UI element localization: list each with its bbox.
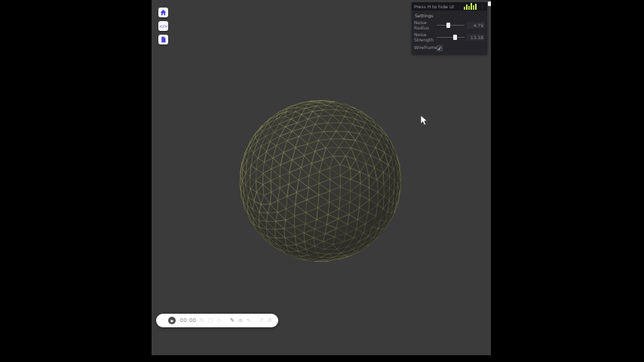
- home-button[interactable]: [158, 8, 168, 17]
- slider-handle[interactable]: [453, 35, 457, 40]
- wireframe-checkbox[interactable]: ✓: [437, 45, 443, 51]
- slider-track: [437, 25, 465, 26]
- code-icon: </>: [158, 23, 167, 29]
- setting-label: Noise Radius: [414, 20, 434, 31]
- noise-radius-value[interactable]: 4.79: [467, 22, 485, 29]
- select-icon[interactable]: ↖: [247, 318, 251, 324]
- setting-row-noise-strength: Noise Strength 13.38: [412, 32, 487, 44]
- slider-track: [437, 37, 465, 38]
- setting-row-noise-radius: Noise Radius 4.79: [412, 20, 487, 32]
- fps-graph-icon: [464, 3, 477, 10]
- setting-row-wireframe: Wireframe ✓: [412, 44, 487, 54]
- document-icon: [160, 36, 167, 43]
- noise-strength-value[interactable]: 13.38: [467, 34, 485, 41]
- panel-menu-icon[interactable]: ⋮: [480, 4, 485, 9]
- 3d-viewport[interactable]: </> Press H to hide UI ⋮ Settings Noise …: [152, 0, 491, 355]
- playback-toolbar: ∷ ▶ 00:00 ↻ □ ◇ ✎ ⊕ ↖ ♪ ↺: [156, 314, 278, 327]
- setting-label: Wireframe: [414, 45, 434, 51]
- audio-icon[interactable]: ♪: [260, 318, 263, 324]
- time-display: 00:00: [179, 318, 196, 324]
- settings-panel: Press H to hide UI ⋮ Settings Noise Radi…: [412, 2, 487, 54]
- play-icon: ▶: [171, 317, 174, 324]
- sidebar: </>: [158, 8, 168, 44]
- drag-handle-icon[interactable]: ∷: [161, 318, 164, 324]
- noise-radius-slider[interactable]: [437, 22, 465, 29]
- keyframe-icon[interactable]: ◇: [217, 318, 221, 324]
- noise-strength-slider[interactable]: [437, 34, 465, 41]
- play-button[interactable]: ▶: [168, 317, 176, 324]
- loop-icon[interactable]: ↻: [200, 318, 204, 324]
- app-window: { "viewport": { "background": "#3b3b3b" …: [0, 0, 644, 362]
- reset-icon[interactable]: ↺: [267, 318, 271, 324]
- slider-handle[interactable]: [446, 23, 450, 28]
- edit-icon[interactable]: ✎: [230, 318, 235, 324]
- panel-title: Press H to hide UI: [414, 4, 461, 9]
- code-button[interactable]: </>: [158, 21, 168, 31]
- setting-label: Noise Strength: [414, 32, 434, 43]
- frame-icon[interactable]: □: [208, 318, 213, 324]
- settings-header[interactable]: Settings: [412, 11, 487, 20]
- pan-icon[interactable]: ⊕: [238, 318, 243, 324]
- home-icon: [160, 9, 167, 16]
- corner-toggle-button[interactable]: [488, 2, 491, 6]
- panel-titlebar[interactable]: Press H to hide UI ⋮: [412, 2, 487, 11]
- document-button[interactable]: [158, 35, 168, 44]
